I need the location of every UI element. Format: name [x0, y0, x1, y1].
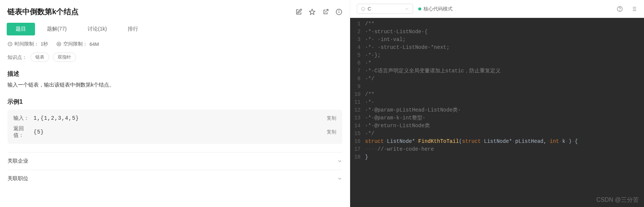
copy-input-button[interactable]: 复制 [327, 115, 336, 122]
time-limit-label: 时间限制： [15, 41, 39, 47]
code-line[interactable]: 4·*· ·struct·ListNode·*next; [350, 44, 644, 51]
mode-label: 核心代码模式 [423, 6, 453, 12]
line-content: /** [365, 20, 644, 28]
line-content: ·*/ [365, 75, 644, 83]
accordion-companies-label: 关联企业 [7, 158, 28, 164]
accordion-positions-label: 关联职位 [7, 175, 28, 182]
line-content: ·*/ [365, 130, 644, 138]
knowledge-label: 知识点： [7, 54, 27, 61]
line-content: ·*· ·int·val; [365, 36, 644, 44]
tag-two-pointer[interactable]: 双指针 [53, 53, 76, 62]
line-content: ·*·struct·ListNode·{ [365, 28, 644, 36]
example-input-row: 输入： 1,{1,2,3,4,5} 复制 [13, 115, 336, 122]
line-number: 4 [350, 44, 365, 51]
line-number: 5 [350, 51, 365, 59]
code-line[interactable]: 11·*· [350, 98, 644, 106]
line-number: 6 [350, 59, 365, 67]
description-text: 输入一个链表，输出该链表中倒数第k个结点。 [7, 82, 342, 88]
list-icon[interactable] [631, 6, 637, 12]
line-number: 10 [350, 91, 365, 98]
line-content: ·*·@param·pListHead·ListNode类· [365, 106, 644, 114]
line-number: 9 [350, 83, 365, 91]
line-content: ·* [365, 59, 644, 67]
code-line[interactable]: 9 [350, 83, 644, 91]
line-number: 11 [350, 98, 365, 106]
space-limit-value: 64M [89, 41, 99, 47]
svg-point-11 [620, 10, 620, 10]
line-number: 16 [350, 138, 365, 145]
code-line[interactable]: 18} [350, 153, 644, 161]
tag-linked-list[interactable]: 链表 [31, 53, 49, 62]
editor-toolbar: C 核心代码模式 [350, 0, 644, 18]
time-limit: 时间限制： 1秒 [7, 41, 48, 47]
code-line[interactable]: 1/** [350, 20, 644, 28]
code-line[interactable]: 5·*·}; [350, 51, 644, 59]
code-editor[interactable]: 1/**2·*·struct·ListNode·{3·*· ·int·val;4… [350, 18, 644, 207]
code-mode[interactable]: 核心代码模式 [418, 6, 453, 12]
problem-content: 时间限制： 1秒 空间限制： 64M 知识点： 链表 双指针 描述 输入一个链表… [0, 35, 350, 207]
line-number: 7 [350, 67, 365, 75]
line-number: 18 [350, 153, 365, 161]
example-block: 输入： 1,{1,2,3,4,5} 复制 返回值： {5} 复制 [7, 110, 342, 144]
svg-point-6 [57, 42, 61, 46]
knowledge-row: 知识点： 链表 双指针 [7, 53, 342, 62]
line-number: 14 [350, 122, 365, 130]
line-number: 17 [350, 145, 365, 153]
chevron-down-icon [337, 176, 342, 181]
copy-return-button[interactable]: 复制 [327, 129, 336, 135]
share-icon[interactable] [322, 9, 329, 15]
example-return-label: 返回值： [13, 125, 34, 139]
mode-dot-icon [418, 7, 421, 10]
problem-panel: 链表中倒数第k个结点 题目 题解(77) 讨论(1k) 排行 时间限制： 1秒 [0, 0, 350, 207]
tab-ranking[interactable]: 排行 [119, 23, 147, 35]
line-number: 8 [350, 75, 365, 83]
star-icon[interactable] [309, 9, 315, 15]
code-line[interactable]: 14·*·@return·ListNode类 [350, 122, 644, 130]
code-line[interactable]: 15·*/ [350, 130, 644, 138]
code-line[interactable]: 17····//·write·code·here [350, 145, 644, 153]
line-number: 13 [350, 114, 365, 122]
description-heading: 描述 [7, 70, 342, 78]
language-select[interactable]: C [357, 4, 413, 14]
code-line[interactable]: 6·* [350, 59, 644, 67]
line-number: 3 [350, 36, 365, 44]
limits-row: 时间限制： 1秒 空间限制： 64M [7, 41, 342, 47]
line-number: 2 [350, 28, 365, 36]
edit-icon[interactable] [295, 9, 302, 15]
line-content [365, 83, 644, 91]
code-line[interactable]: 7·*·C语言声明定义全局变量请加上static，防止重复定义 [350, 67, 644, 75]
line-content: ·*· ·struct·ListNode·*next; [365, 44, 644, 51]
example-input-value: 1,{1,2,3,4,5} [34, 115, 327, 121]
info-icon[interactable] [336, 9, 342, 15]
accordion-companies[interactable]: 关联企业 [7, 152, 342, 170]
line-number: 12 [350, 106, 365, 114]
code-line[interactable]: 3·*· ·int·val; [350, 36, 644, 44]
line-content: ····//·write·code·here [365, 145, 644, 153]
tab-problem[interactable]: 题目 [7, 23, 35, 35]
line-content: } [365, 153, 644, 161]
example-return-value: {5} [34, 129, 327, 135]
problem-header: 链表中倒数第k个结点 [0, 0, 350, 19]
code-line[interactable]: 16struct·ListNode*·FindKthToTail(struct·… [350, 138, 644, 145]
svg-point-3 [339, 10, 339, 10]
tab-solutions[interactable]: 题解(77) [38, 23, 76, 35]
problem-title: 链表中倒数第k个结点 [7, 7, 79, 17]
line-content: ·*· [365, 98, 644, 106]
code-line[interactable]: 8·*/ [350, 75, 644, 83]
chevron-down-icon [337, 159, 342, 164]
code-line[interactable]: 13·*·@param·k·int整型· [350, 114, 644, 122]
tab-discuss[interactable]: 讨论(1k) [79, 23, 116, 35]
header-actions [295, 9, 342, 15]
accordion-positions[interactable]: 关联职位 [7, 170, 342, 187]
code-line[interactable]: 10/** [350, 91, 644, 98]
line-content: ·*·C语言声明定义全局变量请加上static，防止重复定义 [365, 67, 644, 75]
help-icon[interactable] [616, 6, 623, 12]
problem-tabs: 题目 题解(77) 讨论(1k) 排行 [0, 19, 350, 35]
line-content: ·*·}; [365, 51, 644, 59]
code-line[interactable]: 2·*·struct·ListNode·{ [350, 28, 644, 36]
space-limit-label: 空间限制： [63, 41, 88, 47]
toolbar-left: C 核心代码模式 [357, 4, 453, 14]
code-line[interactable]: 12·*·@param·pListHead·ListNode类· [350, 106, 644, 114]
line-content: ·*·@return·ListNode类 [365, 122, 644, 130]
chevron-down-icon [405, 7, 409, 11]
